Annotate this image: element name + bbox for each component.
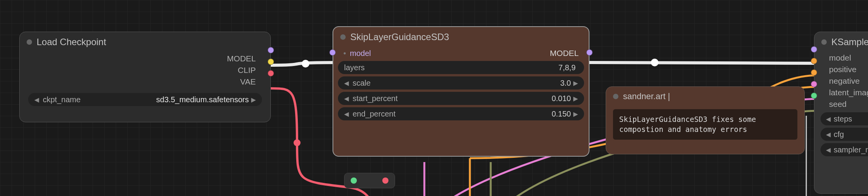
port-clip-icon[interactable]: [268, 59, 274, 65]
increment-icon[interactable]: [573, 79, 578, 87]
widget-label: steps: [834, 115, 852, 123]
output-label: MODEL: [227, 54, 256, 63]
decrement-icon[interactable]: [344, 95, 349, 102]
reroute-node[interactable]: [344, 173, 395, 188]
node-title[interactable]: sandner.art |: [606, 87, 804, 105]
scale-widget[interactable]: scale 3.0: [338, 76, 584, 90]
widget-label: sampler_name: [834, 145, 868, 154]
node-note[interactable]: sandner.art | SkipLayerGuidanceSD3 fixes…: [606, 86, 805, 154]
output-label: VAE: [240, 77, 256, 86]
widget-value: sd3.5_medium.safetensors: [81, 95, 251, 104]
input-positive[interactable]: positive: [818, 64, 868, 75]
input-label: latent_image: [829, 88, 868, 97]
output-label: CLIP: [238, 66, 256, 75]
note-text[interactable]: SkipLayerGuidanceSD3 fixes some composti…: [613, 109, 797, 140]
port-cond-icon[interactable]: [811, 58, 817, 64]
collapse-dot-icon[interactable]: [821, 39, 827, 45]
input-model[interactable]: model: [818, 52, 868, 64]
layers-widget[interactable]: layers 7,8,9: [338, 61, 584, 74]
widget-label: ckpt_name: [43, 95, 81, 104]
widget-value: 3.0: [371, 79, 573, 88]
prev-icon[interactable]: [34, 96, 39, 103]
port-model-in-icon[interactable]: [329, 49, 336, 56]
sampler-name-widget[interactable]: sampler_name: [821, 143, 868, 156]
widget-label: start_percent: [353, 94, 398, 103]
ckpt-name-widget[interactable]: ckpt_name sd3.5_medium.safetensors: [28, 93, 262, 106]
svg-point-0: [302, 60, 309, 68]
port-model-icon[interactable]: [268, 47, 274, 53]
cfg-widget[interactable]: cfg: [821, 128, 868, 141]
node-skip-layer-guidance[interactable]: SkipLayerGuidanceSD3 model MODEL layers …: [333, 26, 589, 157]
increment-icon[interactable]: [573, 95, 578, 102]
widget-label: end_percent: [353, 110, 395, 118]
port-in-icon[interactable]: [351, 177, 357, 184]
end-percent-widget[interactable]: end_percent 0.150: [338, 107, 584, 120]
input-model-label: model: [343, 49, 371, 57]
input-label: negative: [829, 76, 860, 86]
widget-label: layers: [344, 63, 365, 72]
node-title[interactable]: KSampler: [814, 32, 868, 51]
node-title-text: sandner.art |: [623, 91, 670, 101]
start-percent-widget[interactable]: start_percent 0.010: [338, 92, 584, 105]
svg-point-1: [651, 59, 659, 66]
output-clip[interactable]: CLIP: [24, 64, 267, 76]
input-negative[interactable]: negative: [818, 75, 868, 87]
port-out-icon[interactable]: [382, 177, 388, 184]
widget-value: 7,8,9: [365, 63, 578, 72]
port-vae-icon[interactable]: [268, 70, 274, 76]
decrement-icon[interactable]: [826, 115, 831, 123]
node-title[interactable]: Load Checkpoint: [20, 32, 270, 51]
port-model-icon[interactable]: [811, 46, 817, 52]
widget-value: 0.150: [395, 110, 573, 118]
port-model-out-icon[interactable]: [586, 49, 593, 56]
node-ksampler[interactable]: KSampler model positive negative latent_…: [814, 32, 868, 194]
collapse-dot-icon[interactable]: [613, 94, 618, 99]
input-label: model: [829, 53, 851, 63]
output-vae[interactable]: VAE: [24, 76, 267, 88]
increment-icon[interactable]: [573, 110, 578, 118]
next-icon[interactable]: [251, 96, 256, 103]
decrement-icon[interactable]: [826, 131, 831, 138]
port-cond-icon[interactable]: [811, 69, 817, 76]
collapse-dot-icon[interactable]: [27, 39, 32, 45]
steps-widget[interactable]: steps: [821, 112, 868, 125]
input-latent-image[interactable]: latent_image: [818, 87, 868, 98]
node-title[interactable]: SkipLayerGuidanceSD3: [333, 27, 589, 46]
output-model-label: MODEL: [550, 49, 579, 57]
decrement-icon[interactable]: [344, 79, 349, 87]
input-seed[interactable]: seed: [818, 98, 868, 110]
widget-label: cfg: [834, 130, 844, 139]
decrement-icon[interactable]: [344, 110, 349, 118]
widget-label: scale: [353, 79, 371, 88]
input-label: positive: [829, 65, 856, 74]
node-title-text: KSampler: [831, 37, 868, 47]
input-label: seed: [829, 100, 847, 109]
collapse-dot-icon[interactable]: [340, 34, 346, 40]
prev-icon[interactable]: [826, 146, 831, 154]
svg-point-2: [294, 139, 301, 146]
node-load-checkpoint[interactable]: Load Checkpoint MODEL CLIP VAE ckpt_name…: [19, 32, 271, 122]
port-latent-icon[interactable]: [811, 81, 817, 87]
port-seed-icon[interactable]: [811, 93, 817, 99]
output-model[interactable]: MODEL: [24, 53, 267, 64]
node-title-text: Load Checkpoint: [37, 37, 106, 47]
widget-value: 0.010: [398, 94, 573, 103]
node-title-text: SkipLayerGuidanceSD3: [350, 32, 449, 42]
